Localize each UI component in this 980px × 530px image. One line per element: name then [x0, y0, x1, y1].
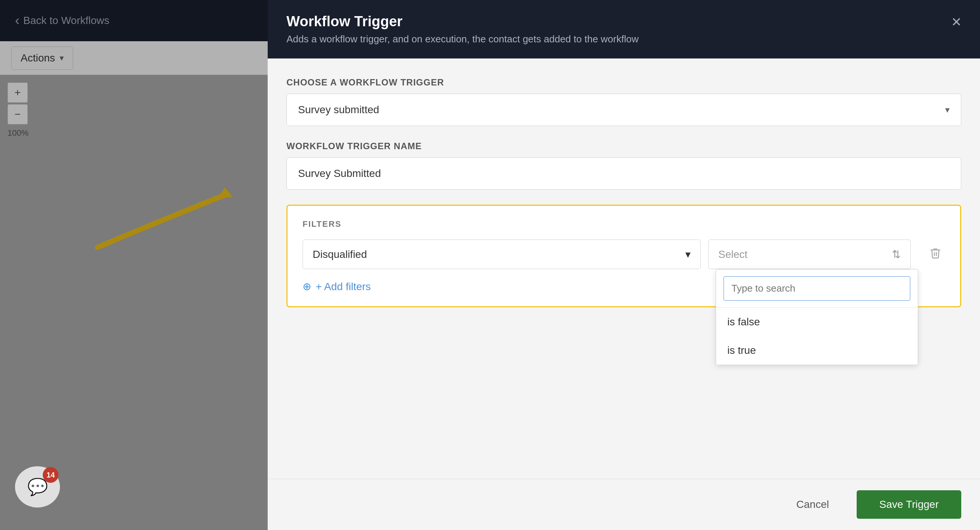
modal-header-content: Workflow Trigger Adds a workflow trigger… [286, 13, 638, 45]
filter-value-updown-icon: ⇅ [892, 248, 900, 261]
filter-value-dropdown: is false is true [716, 269, 918, 365]
trigger-chevron-icon: ▾ [945, 105, 950, 115]
dropdown-option-is-false[interactable]: is false [716, 308, 918, 336]
filter-row: Disqualified ▾ Select ⇅ is false [302, 240, 945, 269]
trigger-select-box[interactable]: Survey submitted ▾ [286, 94, 961, 126]
modal-panel: Workflow Trigger Adds a workflow trigger… [268, 0, 980, 530]
save-trigger-button[interactable]: Save Trigger [857, 490, 961, 519]
filter-field-select[interactable]: Disqualified ▾ [302, 240, 701, 269]
modal-title: Workflow Trigger [286, 13, 638, 30]
trigger-selected-value: Survey submitted [298, 104, 379, 116]
filter-delete-button[interactable] [926, 243, 945, 266]
chat-bubble[interactable]: 💬 14 [15, 466, 60, 508]
filter-field-chevron-icon: ▾ [685, 248, 690, 261]
add-filters-label: + Add filters [316, 281, 371, 293]
dropdown-search-input[interactable] [724, 276, 910, 301]
modal-footer: Cancel Save Trigger [268, 479, 980, 530]
modal-subtitle: Adds a workflow trigger, and on executio… [286, 33, 638, 45]
filter-value-select[interactable]: Select ⇅ [708, 240, 911, 269]
filter-value-placeholder: Select [718, 248, 748, 261]
trigger-name-label: WORKFLOW TRIGGER NAME [286, 141, 961, 151]
trigger-name-input[interactable] [286, 158, 961, 189]
filter-field-value: Disqualified [313, 248, 367, 261]
add-filters-button[interactable]: ⊕ + Add filters [302, 280, 371, 293]
trigger-field-group: CHOOSE A WORKFLOW TRIGGER Survey submitt… [286, 77, 961, 126]
chat-badge: 14 [43, 467, 59, 483]
filters-box: FILTERS Disqualified ▾ Select ⇅ [286, 205, 961, 307]
dropdown-option-is-true[interactable]: is true [716, 336, 918, 365]
modal-body: CHOOSE A WORKFLOW TRIGGER Survey submitt… [268, 59, 980, 479]
modal-header: Workflow Trigger Adds a workflow trigger… [268, 0, 980, 59]
add-filters-icon: ⊕ [302, 280, 311, 293]
dropdown-search-container [716, 269, 918, 308]
trigger-name-field-group: WORKFLOW TRIGGER NAME [286, 141, 961, 189]
trigger-section-label: CHOOSE A WORKFLOW TRIGGER [286, 77, 961, 88]
modal-close-button[interactable]: × [951, 13, 961, 30]
filters-label: FILTERS [302, 219, 945, 229]
cancel-button[interactable]: Cancel [778, 490, 848, 519]
